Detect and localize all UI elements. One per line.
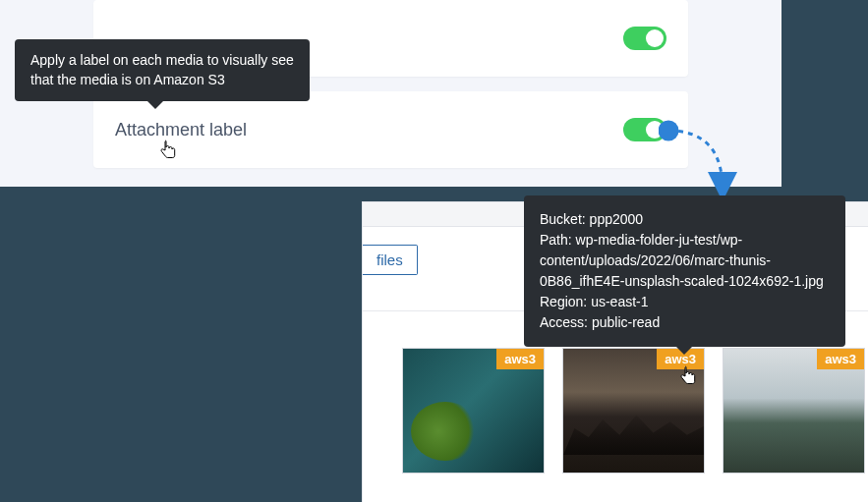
- attachment-label-tooltip: Apply a label on each media to visually …: [15, 39, 310, 101]
- setting-row-attachment-label: Attachment label: [93, 91, 688, 168]
- bucket-label: Bucket:: [540, 211, 590, 227]
- media-thumbnail[interactable]: aws3: [723, 348, 865, 474]
- media-gallery: aws3 aws3 aws3: [402, 348, 865, 474]
- info-path-row: Path: wp-media-folder-ju-test/wp-content…: [540, 230, 830, 292]
- media-thumbnail[interactable]: aws3: [562, 348, 705, 474]
- bucket-value: ppp2000: [590, 211, 644, 227]
- media-info-tooltip: Bucket: ppp2000 Path: wp-media-folder-ju…: [524, 195, 845, 347]
- files-button[interactable]: files: [363, 245, 418, 275]
- aws3-badge: aws3: [817, 349, 864, 369]
- region-value: us-east-1: [591, 294, 648, 309]
- info-access-row: Access: public-read: [540, 312, 830, 333]
- access-value: public-read: [592, 314, 660, 330]
- attachment-label-toggle[interactable]: [623, 118, 666, 141]
- path-value: wp-media-folder-ju-test/wp-content/uploa…: [540, 232, 824, 289]
- toggle-switch[interactable]: [623, 27, 666, 50]
- region-label: Region:: [540, 294, 591, 309]
- attachment-label-text: Attachment label: [115, 120, 247, 140]
- aws3-badge: aws3: [496, 349, 544, 369]
- path-label: Path:: [540, 232, 576, 248]
- info-region-row: Region: us-east-1: [540, 292, 830, 312]
- tooltip-text: Apply a label on each media to visually …: [30, 52, 294, 87]
- info-bucket-row: Bucket: ppp2000: [540, 209, 830, 230]
- media-thumbnail[interactable]: aws3: [402, 348, 545, 474]
- access-label: Access:: [540, 314, 592, 330]
